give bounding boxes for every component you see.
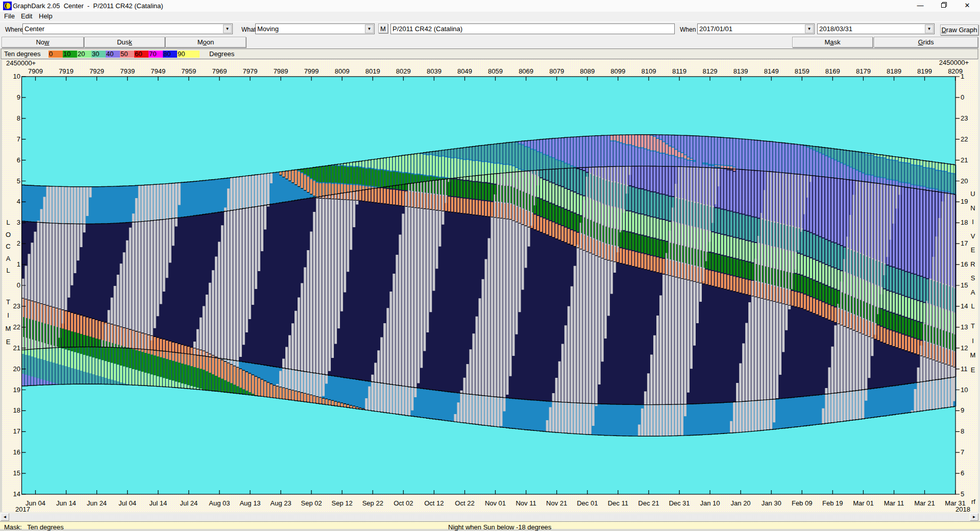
svg-text:8129: 8129	[703, 67, 718, 75]
svg-text:30: 30	[92, 50, 99, 58]
svg-text:E: E	[971, 246, 975, 254]
svg-text:Mar 11: Mar 11	[884, 499, 904, 507]
svg-text:50: 50	[120, 50, 128, 58]
svg-text:Jun 24: Jun 24	[87, 499, 107, 507]
svg-text:A: A	[6, 255, 11, 262]
svg-text:7979: 7979	[243, 67, 258, 75]
svg-text:8179: 8179	[856, 67, 871, 75]
svg-text:8119: 8119	[672, 67, 687, 75]
svg-text:15: 15	[961, 281, 968, 289]
svg-text:7939: 7939	[120, 67, 135, 75]
svg-text:60: 60	[135, 50, 142, 58]
svg-text:90: 90	[178, 50, 185, 58]
svg-text:Dec 21: Dec 21	[638, 499, 659, 507]
svg-text:7969: 7969	[212, 67, 227, 75]
svg-text:23: 23	[13, 302, 20, 310]
svg-text:16: 16	[13, 448, 20, 456]
svg-text:8019: 8019	[365, 67, 380, 75]
svg-text:13: 13	[961, 323, 968, 331]
svg-text:4: 4	[17, 198, 20, 205]
svg-text:19: 19	[961, 198, 968, 205]
svg-text:R: R	[970, 260, 975, 268]
svg-text:18: 18	[13, 406, 20, 414]
svg-text:Sep 22: Sep 22	[362, 499, 383, 507]
svg-text:2450000+: 2450000+	[939, 60, 969, 66]
svg-text:I: I	[972, 337, 974, 345]
svg-text:0: 0	[49, 50, 53, 58]
svg-text:8199: 8199	[917, 67, 932, 75]
svg-text:8099: 8099	[610, 67, 625, 75]
svg-text:Jul 04: Jul 04	[118, 499, 136, 507]
svg-text:7919: 7919	[59, 67, 74, 75]
svg-text:8009: 8009	[335, 67, 350, 75]
svg-text:12: 12	[961, 344, 968, 352]
svg-text:10: 10	[63, 50, 70, 58]
svg-text:Jul 24: Jul 24	[180, 499, 198, 507]
svg-text:8139: 8139	[733, 67, 748, 75]
svg-text:7929: 7929	[89, 67, 104, 75]
svg-text:20: 20	[78, 50, 85, 58]
svg-text:2: 2	[17, 239, 20, 247]
svg-text:9: 9	[17, 93, 20, 101]
svg-text:N: N	[970, 204, 975, 212]
svg-text:1: 1	[17, 260, 20, 268]
svg-text:22: 22	[13, 323, 20, 331]
svg-text:Jan 10: Jan 10	[700, 499, 720, 507]
svg-text:Feb 19: Feb 19	[822, 499, 843, 507]
svg-text:Dec 01: Dec 01	[577, 499, 598, 507]
svg-text:Mar 01: Mar 01	[853, 499, 873, 507]
svg-text:20: 20	[13, 365, 20, 373]
svg-text:8029: 8029	[396, 67, 411, 75]
svg-text:6: 6	[17, 156, 20, 164]
svg-text:7989: 7989	[274, 67, 288, 75]
svg-text:Dec 11: Dec 11	[608, 499, 628, 507]
svg-text:Oct 02: Oct 02	[394, 499, 413, 507]
svg-text:O: O	[6, 231, 11, 238]
svg-text:40: 40	[106, 50, 113, 58]
svg-text:19: 19	[13, 386, 20, 394]
svg-text:3: 3	[17, 219, 20, 226]
svg-text:Jan 30: Jan 30	[762, 499, 781, 507]
svg-text:8049: 8049	[457, 67, 472, 75]
svg-text:Feb 09: Feb 09	[792, 499, 812, 507]
svg-text:Aug 23: Aug 23	[270, 499, 291, 507]
svg-text:Sep 12: Sep 12	[332, 499, 353, 507]
svg-text:7999: 7999	[304, 67, 319, 75]
svg-text:A: A	[971, 288, 975, 296]
svg-text:L: L	[6, 267, 10, 274]
svg-text:L: L	[971, 302, 974, 310]
svg-text:7909: 7909	[28, 67, 43, 75]
svg-text:17: 17	[961, 239, 968, 247]
svg-text:8079: 8079	[549, 67, 564, 75]
svg-text:Ten degrees: Ten degrees	[4, 50, 41, 58]
svg-text:Sep 02: Sep 02	[301, 499, 322, 507]
svg-text:Mar 21: Mar 21	[914, 499, 935, 507]
svg-text:Jul 14: Jul 14	[149, 499, 167, 507]
svg-text:C: C	[6, 243, 10, 250]
svg-text:S: S	[971, 274, 975, 282]
svg-text:10: 10	[13, 73, 20, 80]
svg-text:8039: 8039	[427, 67, 442, 75]
svg-text:Aug 13: Aug 13	[239, 499, 260, 507]
svg-text:7949: 7949	[151, 67, 165, 75]
svg-text:6: 6	[961, 469, 964, 477]
svg-text:7959: 7959	[181, 67, 196, 75]
svg-text:16: 16	[961, 260, 968, 268]
svg-text:rf: rf	[971, 498, 975, 505]
svg-text:8: 8	[17, 114, 20, 122]
svg-text:Nov 11: Nov 11	[516, 499, 536, 507]
svg-text:V: V	[971, 232, 975, 240]
svg-text:Aug 03: Aug 03	[209, 499, 230, 507]
svg-text:8159: 8159	[795, 67, 810, 75]
svg-text:I: I	[7, 311, 9, 319]
svg-text:9: 9	[961, 406, 964, 414]
svg-text:M: M	[6, 325, 11, 332]
svg-text:T: T	[971, 322, 975, 330]
svg-text:10: 10	[961, 386, 968, 394]
svg-text:11: 11	[961, 365, 968, 373]
svg-text:5: 5	[961, 490, 964, 498]
svg-text:E: E	[971, 366, 975, 374]
svg-text:8: 8	[961, 427, 964, 435]
svg-text:15: 15	[13, 469, 20, 477]
svg-text:23: 23	[961, 114, 968, 122]
